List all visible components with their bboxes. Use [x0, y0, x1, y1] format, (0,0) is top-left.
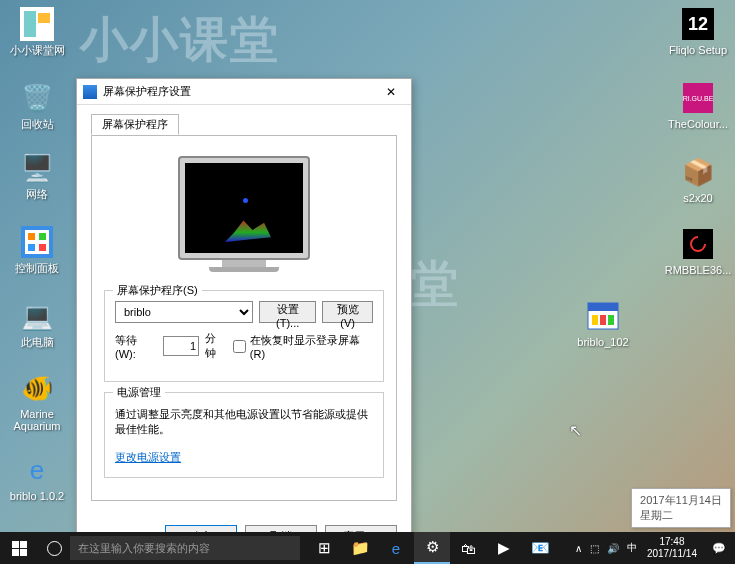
taskbar-edge[interactable]: e — [378, 532, 414, 564]
screensaver-group: 屏幕保护程序(S) briblo 设置(T)... 预览(V) 等待(W): 分… — [104, 290, 384, 382]
task-view-button[interactable]: ⊞ — [306, 532, 342, 564]
close-button[interactable]: ✕ — [371, 79, 411, 105]
svg-rect-7 — [28, 244, 35, 251]
taskbar-store[interactable]: 🛍 — [450, 532, 486, 564]
desktop-icon-marine-aquarium[interactable]: 🐠Marine Aquarium — [6, 370, 68, 432]
screensaver-preview-monitor — [104, 156, 384, 272]
group-title: 屏幕保护程序(S) — [113, 283, 202, 298]
desktop-icon-briblo[interactable]: ebriblo 1.0.2 — [6, 452, 68, 502]
desktop-icon-this-pc[interactable]: 💻此电脑 — [6, 298, 68, 348]
dialog-titlebar[interactable]: 屏幕保护程序设置 ✕ — [77, 79, 411, 105]
screensaver-settings-dialog: 屏幕保护程序设置 ✕ 屏幕保护程序 屏幕保护程序(S) briblo 设置(T)… — [76, 78, 412, 558]
system-tray[interactable]: ∧ ⬚ 🔊 中 — [571, 541, 641, 555]
wait-unit: 分钟 — [205, 331, 227, 361]
desktop-icon-recycle-bin[interactable]: 🗑️回收站 — [6, 80, 68, 130]
desktop-icon-control-panel[interactable]: 控制面板 — [6, 224, 68, 274]
svg-rect-8 — [39, 244, 46, 251]
resume-login-checkbox[interactable] — [233, 340, 246, 353]
tray-network-icon[interactable]: ⬚ — [590, 543, 599, 554]
desktop-icon-rmbble[interactable]: RMBBLE36... — [667, 226, 729, 276]
tray-overflow-icon[interactable]: ∧ — [575, 543, 582, 554]
svg-rect-12 — [600, 315, 606, 325]
search-input[interactable]: 在这里输入你要搜索的内容 — [70, 536, 300, 560]
date-tooltip: 2017年11月14日星期二 — [631, 488, 731, 528]
svg-rect-1 — [24, 11, 36, 37]
action-center-button[interactable]: 💬 — [703, 532, 735, 564]
tray-volume-icon[interactable]: 🔊 — [607, 543, 619, 554]
taskbar-app[interactable]: ▶ — [486, 532, 522, 564]
settings-button[interactable]: 设置(T)... — [259, 301, 316, 323]
power-management-group: 电源管理 通过调整显示亮度和其他电源设置以节省能源或提供最佳性能。 更改电源设置 — [104, 392, 384, 478]
dialog-title: 屏幕保护程序设置 — [103, 84, 371, 99]
change-power-settings-link[interactable]: 更改电源设置 — [115, 451, 181, 463]
tray-ime-icon[interactable]: 中 — [627, 541, 637, 555]
svg-rect-5 — [28, 233, 35, 240]
watermark-text: 堂 — [410, 252, 460, 316]
desktop-icon-fliqlo[interactable]: 12 Fliqlo Setup — [667, 6, 729, 56]
svg-rect-11 — [592, 315, 598, 325]
desktop-icon-thecolour[interactable]: RI.GU.BE TheColour... — [667, 80, 729, 130]
wait-minutes-input[interactable] — [163, 336, 199, 356]
desktop-icon-network[interactable]: 🖥️网络 — [6, 150, 68, 200]
start-button[interactable] — [0, 532, 38, 564]
svg-rect-10 — [588, 303, 618, 311]
taskbar: 在这里输入你要搜索的内容 ⊞ 📁 e ⚙ 🛍 ▶ 📧 ∧ ⬚ 🔊 中 17:48… — [0, 532, 735, 564]
desktop-icon-briblo102[interactable]: briblo_102 — [572, 298, 634, 348]
screensaver-select[interactable]: briblo — [115, 301, 253, 323]
desktop-icon-s2x20[interactable]: 📦s2x20 — [667, 154, 729, 204]
group-title: 电源管理 — [113, 385, 165, 400]
desktop-icon-app[interactable]: 小小课堂网 — [6, 6, 68, 56]
svg-rect-6 — [39, 233, 46, 240]
resume-login-checkbox-label[interactable]: 在恢复时显示登录屏幕(R) — [233, 333, 373, 360]
taskbar-file-explorer[interactable]: 📁 — [342, 532, 378, 564]
power-description: 通过调整显示亮度和其他电源设置以节省能源或提供最佳性能。 — [115, 407, 373, 437]
taskbar-clock[interactable]: 17:482017/11/14 — [641, 536, 703, 560]
preview-button[interactable]: 预览(V) — [322, 301, 373, 323]
tab-screensaver[interactable]: 屏幕保护程序 — [91, 114, 179, 135]
mouse-cursor: ↖ — [569, 421, 582, 440]
taskbar-control-panel[interactable]: ⚙ — [414, 532, 450, 564]
svg-rect-2 — [38, 13, 50, 23]
svg-rect-13 — [608, 315, 614, 325]
taskbar-app2[interactable]: 📧 — [522, 532, 558, 564]
watermark-text: 小小课堂 — [80, 8, 280, 72]
wait-label: 等待(W): — [115, 333, 157, 360]
dialog-icon — [83, 85, 97, 99]
cortana-button[interactable] — [38, 532, 70, 564]
